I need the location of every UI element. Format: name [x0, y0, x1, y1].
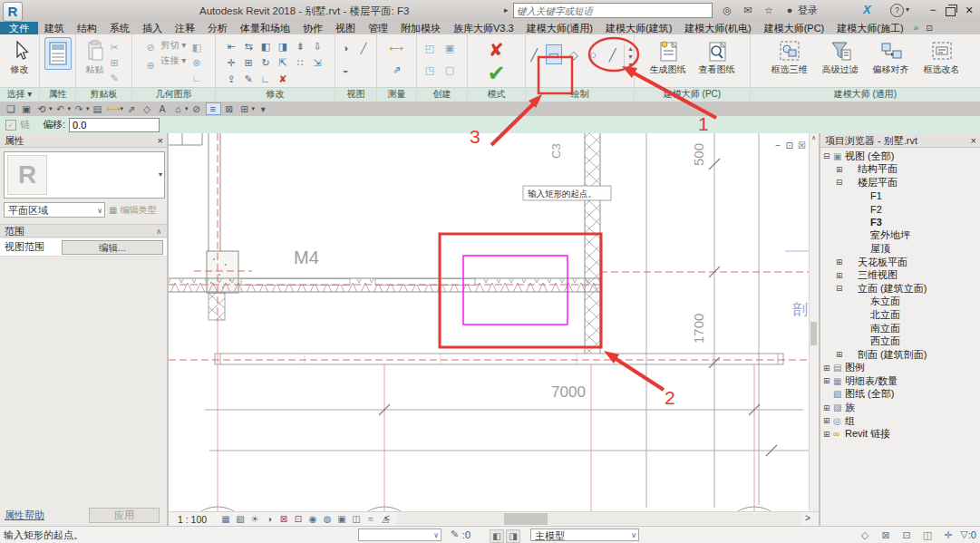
edit-type-button[interactable]: ▦ 编辑类型	[109, 202, 165, 218]
scale-icon[interactable]: ⇲	[310, 55, 325, 70]
override-graphics-icon[interactable]: ◑	[338, 41, 354, 55]
worksets-chevron-icon[interactable]: ∨	[433, 529, 439, 542]
section-icon[interactable]: ⊘	[190, 102, 204, 115]
tree-toggle-icon[interactable]: ⊞	[823, 416, 833, 425]
properties-close-icon[interactable]: ×	[158, 133, 163, 148]
view-sheet-button[interactable]: 查看图纸	[699, 37, 735, 74]
tab-overflow-icon[interactable]: »	[910, 22, 923, 34]
text-icon[interactable]: A	[156, 102, 170, 115]
pick-lines-icon[interactable]: ╱	[604, 44, 621, 64]
search-input[interactable]	[514, 4, 712, 17]
inscribed-polygon-icon[interactable]: ◇	[565, 44, 582, 64]
tree-east-elevation[interactable]: 东立面	[820, 296, 980, 309]
scroll-right-icon[interactable]: >	[805, 513, 810, 523]
panel-label-clipboard[interactable]: 剪贴板	[76, 87, 131, 102]
tab-family-master[interactable]: 族库大师V3.3	[447, 22, 520, 34]
tab-collaborate[interactable]: 协作	[296, 22, 329, 34]
tab-view[interactable]: 视图	[329, 22, 362, 34]
hide-elements-icon[interactable]: ◒	[338, 63, 354, 77]
trim-extend-icon[interactable]: ⇱	[276, 55, 291, 70]
project-browser-close-icon[interactable]: ×	[971, 133, 976, 148]
tab-manage[interactable]: 管理	[362, 22, 394, 34]
tree-f3[interactable]: F3	[820, 216, 980, 229]
tree-ceiling-plans[interactable]: ⊞ 天花板平面	[820, 256, 980, 269]
search-expand-icon[interactable]: ▸	[504, 5, 509, 15]
tree-toggle-icon[interactable]: ⊟	[836, 284, 846, 293]
match-type-icon[interactable]: ✎	[107, 71, 122, 85]
select-pinned-elements-toggle[interactable]: ⊡	[900, 528, 913, 541]
aligned-dimension-icon[interactable]: ⇗	[125, 102, 139, 115]
tab-bim-mep[interactable]: 建模大师(机电)	[678, 22, 757, 34]
join-geometry-button[interactable]: 连接 ▾	[161, 53, 187, 68]
extents-section-header[interactable]: 范围 ∧	[0, 224, 167, 238]
select-links-toggle[interactable]: ◇	[859, 528, 871, 541]
tree-3d-views[interactable]: ⊞ 三维视图	[820, 268, 980, 282]
tree-structural-plans[interactable]: ⊞ 结构平面	[820, 163, 980, 177]
rotate-icon[interactable]: ↻	[258, 55, 274, 70]
offset-input[interactable]	[69, 118, 160, 132]
measure-icon[interactable]: ⟷▾	[107, 102, 124, 115]
tab-bim-pc[interactable]: 建模大师(PC)	[758, 22, 831, 34]
create-similar-icon[interactable]: ▣	[442, 41, 458, 55]
delete-icon[interactable]: ✘	[276, 72, 291, 86]
align-icon[interactable]: ⇤	[224, 39, 239, 53]
tree-schedules[interactable]: ⊞ ▦ 明细表/数量	[820, 374, 980, 388]
tree-legends[interactable]: ⊞ ▤ 图例	[820, 362, 980, 375]
open-icon[interactable]: ❏	[5, 102, 18, 115]
tree-south-elevation[interactable]: 南立面	[820, 322, 980, 335]
modify-button[interactable]: 修改	[11, 37, 29, 74]
panel-label-mode[interactable]: 模式	[468, 87, 525, 102]
default-3d-view-icon[interactable]: ⌂▾	[171, 102, 189, 115]
tab-massing-site[interactable]: 体量和场地	[234, 22, 296, 34]
generate-sheet-button[interactable]: 生成图纸	[650, 37, 686, 74]
select-elements-by-face-toggle[interactable]: ◫	[921, 528, 934, 541]
create-parts-icon[interactable]: ▢	[442, 63, 458, 77]
tab-structure[interactable]: 结构	[71, 22, 103, 34]
tree-toggle-icon[interactable]: ⊞	[836, 350, 846, 359]
shadows-icon[interactable]: ◑	[263, 513, 276, 526]
design-option-toggle-icon[interactable]: ◨	[506, 529, 520, 543]
editing-requests-icon[interactable]: ✎	[451, 528, 459, 540]
section-collapse-icon[interactable]: ∧	[156, 225, 161, 238]
sync-icon[interactable]: ⟲▾	[35, 102, 53, 115]
tree-toggle-icon[interactable]: ⊞	[823, 430, 833, 439]
view-scale[interactable]: 1 : 100	[178, 513, 207, 526]
truss-wall-vertical[interactable]	[585, 133, 600, 363]
tree-toggle-icon[interactable]: ⊞	[823, 364, 833, 373]
panel-label-draw[interactable]: 绘制	[526, 87, 634, 102]
paste-button[interactable]: 粘贴	[86, 37, 104, 74]
tag-by-category-icon[interactable]: ◇	[141, 102, 154, 115]
paint-icon[interactable]: ◧	[189, 40, 204, 54]
sun-path-icon[interactable]: ☀	[248, 513, 261, 526]
type-combo-chevron-icon[interactable]: ∨	[97, 203, 102, 218]
thin-lines-icon[interactable]: ≡	[206, 102, 221, 115]
worksharing-display-icon[interactable]: ▣	[335, 513, 348, 526]
tree-elevations[interactable]: ⊟ 立面 (建筑立面)	[820, 282, 980, 296]
hide-analytical-model-icon[interactable]: ≈	[364, 513, 377, 526]
customize-qat-icon[interactable]: ▾	[257, 102, 270, 115]
tab-bim-common[interactable]: 建模大师(通用)	[520, 22, 599, 34]
tree-outdoor-terrain[interactable]: 室外地坪	[820, 229, 980, 243]
aligned-dimension-icon[interactable]: ⇗	[389, 63, 404, 77]
advanced-filter-button[interactable]: 高级过滤	[822, 37, 859, 74]
design-options-chevron-icon[interactable]: ∨	[631, 529, 636, 542]
cope-icon[interactable]: ∟	[189, 71, 204, 85]
tree-f1[interactable]: F1	[820, 189, 980, 203]
properties-toggle-button[interactable]	[44, 37, 72, 70]
print-icon[interactable]: ▤	[92, 102, 105, 115]
panel-label-measure[interactable]: 测量	[377, 87, 416, 102]
dimension-500[interactable]: 500	[691, 143, 706, 166]
scroll-down-icon[interactable]: ▼	[627, 53, 634, 61]
tree-sections[interactable]: ⊞ 剖面 (建筑剖面)	[820, 348, 980, 362]
door-tag-m4[interactable]: M4	[294, 247, 319, 267]
revit-logo-icon[interactable]: R	[3, 2, 23, 22]
type-selector[interactable]: R ▾	[4, 151, 165, 199]
tree-groups[interactable]: ⊞ ◎ 组	[820, 414, 980, 428]
exchange-apps-icon[interactable]: X	[863, 3, 871, 16]
dimension-7000[interactable]: 7000	[551, 383, 586, 401]
tab-architecture[interactable]: 建筑	[38, 22, 71, 34]
create-group-icon[interactable]: ◰	[422, 41, 438, 55]
horizontal-scroll-thumb[interactable]	[504, 513, 548, 525]
properties-header[interactable]: 属性 ×	[0, 133, 167, 148]
crop-view-icon[interactable]: ⊠	[277, 513, 290, 526]
